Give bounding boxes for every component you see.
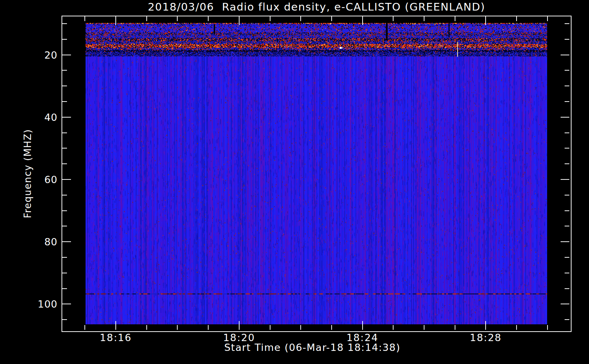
tick-mark [331, 16, 332, 21]
tick-mark [561, 179, 569, 180]
tick-mark [62, 179, 71, 180]
tick-mark [485, 16, 486, 25]
y-tick-label: 60 [0, 174, 58, 185]
tick-mark [561, 241, 569, 242]
plot-frame [62, 16, 572, 332]
tick-mark [62, 55, 71, 55]
x-axis-title: Start Time (06-Mar-18 18:14:38) [224, 342, 400, 353]
tick-mark [115, 16, 116, 25]
tick-mark [270, 16, 270, 21]
tick-mark [270, 325, 270, 330]
tick-mark [62, 132, 67, 133]
tick-mark [565, 288, 569, 289]
tick-mark [393, 325, 394, 330]
tick-mark [62, 23, 67, 24]
tick-mark [565, 210, 569, 211]
tick-mark [565, 163, 569, 164]
tick-mark [547, 16, 548, 21]
tick-mark [208, 325, 209, 330]
tick-mark [62, 39, 67, 40]
tick-mark [547, 325, 548, 330]
tick-mark [239, 16, 240, 25]
tick-mark [565, 195, 569, 195]
tick-mark [115, 321, 116, 330]
x-tick-label: 18:16 [100, 332, 132, 343]
tick-mark [84, 16, 85, 21]
tick-mark [300, 16, 301, 21]
tick-mark [62, 195, 67, 195]
tick-mark [565, 148, 569, 149]
tick-mark [362, 321, 363, 330]
tick-mark [62, 101, 67, 102]
y-tick-label: 40 [0, 111, 58, 123]
tick-mark [565, 132, 569, 133]
tick-mark [62, 86, 67, 86]
tick-mark [565, 39, 569, 40]
tick-mark [177, 16, 178, 21]
y-tick-label: 20 [0, 49, 58, 60]
tick-mark [455, 16, 455, 21]
tick-mark [62, 148, 67, 149]
tick-mark [62, 241, 71, 242]
tick-mark [424, 325, 424, 330]
tick-mark [393, 16, 394, 21]
plot-title: 2018/03/06 Radio flux density, e-CALLIST… [62, 1, 571, 13]
tick-mark [62, 273, 67, 273]
tick-mark [516, 325, 517, 330]
tick-mark [62, 70, 67, 71]
tick-mark [62, 319, 67, 320]
tick-mark [565, 226, 569, 226]
tick-mark [561, 304, 569, 304]
tick-mark [177, 325, 178, 330]
tick-mark [146, 325, 147, 330]
tick-mark [62, 226, 67, 226]
tick-mark [62, 304, 71, 304]
spectrogram-plot: 2018/03/06 Radio flux density, e-CALLIST… [0, 0, 589, 364]
x-tick-label: 18:28 [470, 332, 502, 343]
tick-mark [455, 325, 455, 330]
tick-mark [565, 86, 569, 86]
tick-mark [565, 70, 569, 71]
tick-mark [62, 117, 71, 118]
y-tick-label: 100 [0, 298, 58, 310]
tick-mark [565, 101, 569, 102]
tick-mark [62, 163, 67, 164]
tick-mark [62, 210, 67, 211]
tick-mark [146, 16, 147, 21]
tick-mark [62, 288, 67, 289]
tick-mark [331, 325, 332, 330]
tick-mark [516, 16, 517, 21]
tick-mark [62, 257, 67, 258]
tick-mark [565, 273, 569, 273]
tick-mark [565, 319, 569, 320]
y-tick-label: 80 [0, 236, 58, 248]
tick-mark [565, 23, 569, 24]
tick-mark [84, 325, 85, 330]
tick-mark [300, 325, 301, 330]
tick-mark [561, 55, 569, 55]
tick-mark [561, 117, 569, 118]
tick-mark [565, 257, 569, 258]
tick-mark [362, 16, 363, 25]
tick-mark [485, 321, 486, 330]
tick-mark [208, 16, 209, 21]
tick-mark [239, 321, 240, 330]
tick-mark [424, 16, 424, 21]
